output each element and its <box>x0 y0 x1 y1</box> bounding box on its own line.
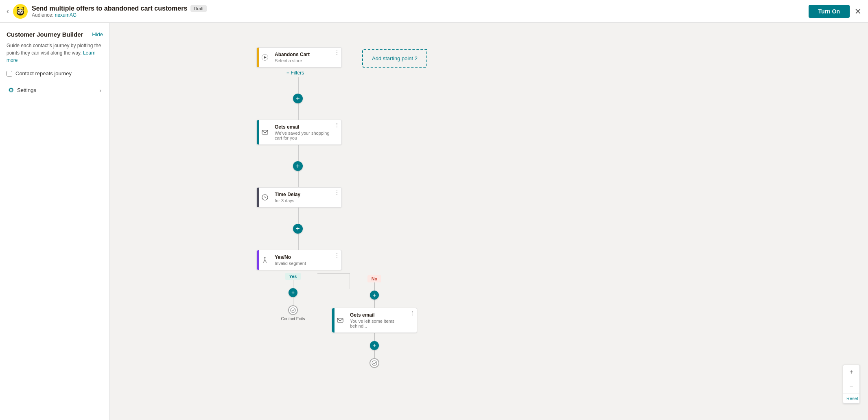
header-left: ‹ Send multiple offers to abandoned cart… <box>7 4 207 19</box>
mailchimp-logo <box>13 4 28 19</box>
add-step-button-2[interactable]: + <box>293 161 303 171</box>
no-vertical-line-3 <box>374 333 375 341</box>
node-title-5: Gets email <box>350 312 413 318</box>
settings-label: Settings <box>17 87 36 93</box>
connector-3 <box>298 208 299 224</box>
canvas[interactable]: Abandons Cart Select a store ⋮ Add start… <box>110 23 868 420</box>
add-starting-point-2-button[interactable]: Add starting point 2 <box>362 49 427 68</box>
main-layout: Customer Journey Builder Hide Guide each… <box>0 23 868 420</box>
svg-point-3 <box>18 11 20 12</box>
add-step-button-3[interactable]: + <box>293 224 303 234</box>
zoom-in-button[interactable]: + <box>843 365 859 379</box>
yes-vertical-line-2 <box>293 297 293 305</box>
yes-no-node[interactable]: Yes/No Invalid segment ⋮ <box>256 250 342 270</box>
add-step-yes-button[interactable]: + <box>289 288 297 297</box>
filter-icon: ≡ <box>286 70 289 75</box>
node-subtitle-2: We've saved your shopping cart for you <box>275 131 337 140</box>
node-body-5: Gets email You've left some items behind… <box>346 308 417 332</box>
contact-repeats-row: Contact repeats journey <box>7 70 103 77</box>
svg-point-17 <box>372 361 377 365</box>
sidebar-description: Guide each contact's journey by plotting… <box>7 42 103 64</box>
back-icon: ‹ <box>7 7 9 15</box>
svg-marker-7 <box>264 56 267 59</box>
zoom-controls: + − Reset <box>843 365 860 404</box>
filters-row[interactable]: ≡ Filters <box>286 70 868 76</box>
header-right: Turn On ✕ <box>809 5 861 18</box>
add-step-no-bottom-button[interactable]: + <box>370 341 379 350</box>
svg-point-12 <box>265 257 266 258</box>
node-subtitle-5: You've left some items behind... <box>350 319 413 328</box>
branch-no-label: No <box>367 275 382 282</box>
node-body-3: Time Delay for 3 days <box>271 188 341 207</box>
settings-gear-icon: ⚙ <box>8 86 14 94</box>
svg-point-5 <box>19 12 22 13</box>
no-vertical-line-4 <box>374 350 375 358</box>
contact-exits-label: Contact Exits <box>281 317 305 321</box>
play-icon <box>259 48 271 67</box>
node-title-4: Yes/No <box>275 254 337 260</box>
zoom-reset-button[interactable]: Reset <box>843 394 859 403</box>
node-subtitle-4: Invalid segment <box>275 261 337 266</box>
settings-row[interactable]: ⚙ Settings › <box>7 83 103 97</box>
sidebar-header: Customer Journey Builder Hide <box>7 31 103 38</box>
svg-rect-16 <box>337 318 343 322</box>
node-subtitle-3: for 3 days <box>275 198 337 203</box>
end-circle <box>370 358 379 368</box>
turn-on-button[interactable]: Turn On <box>809 5 850 18</box>
filters-label: Filters <box>291 70 304 76</box>
contact-exits: Contact Exits <box>281 305 305 321</box>
add-step-no-button[interactable]: + <box>370 291 379 300</box>
node-menu-button-5[interactable]: ⋮ <box>409 310 415 316</box>
back-button[interactable]: ‹ <box>7 7 9 15</box>
node-menu-button[interactable]: ⋮ <box>334 49 340 56</box>
title-text: Send multiple offers to abandoned cart c… <box>32 5 187 12</box>
gets-email-2-node[interactable]: Gets email You've left some items behind… <box>332 308 417 333</box>
svg-point-13 <box>291 308 295 313</box>
starting-points-row: Abandons Cart Select a store ⋮ Add start… <box>256 47 868 68</box>
time-delay-node[interactable]: Time Delay for 3 days ⋮ <box>256 187 342 208</box>
audience-name-link[interactable]: nexumAG <box>55 12 77 18</box>
sidebar-title: Customer Journey Builder <box>7 31 83 38</box>
svg-point-4 <box>21 11 22 12</box>
connector-3b <box>298 234 299 250</box>
email-icon-2 <box>335 308 346 332</box>
node-body-2: Gets email We've saved your shopping car… <box>271 120 341 144</box>
add-step-button-1[interactable]: + <box>293 94 303 103</box>
node-menu-button-4[interactable]: ⋮ <box>334 252 340 258</box>
node-menu-button-3[interactable]: ⋮ <box>334 189 340 196</box>
email-icon-1 <box>259 120 271 144</box>
connector-2b <box>298 171 299 187</box>
settings-left: ⚙ Settings <box>8 86 36 94</box>
zoom-out-button[interactable]: − <box>843 379 859 394</box>
node-body: Abandons Cart Select a store <box>271 48 341 67</box>
no-vertical-line-2 <box>374 300 375 308</box>
node-title: Abandons Cart <box>275 52 337 57</box>
header-subtitle: Audience: nexumAG <box>32 12 207 18</box>
audience-label: Audience: <box>32 12 53 18</box>
canvas-inner: Abandons Cart Select a store ⋮ Add start… <box>110 23 868 389</box>
node-menu-button-2[interactable]: ⋮ <box>334 122 340 128</box>
svg-rect-8 <box>262 130 268 134</box>
header: ‹ Send multiple offers to abandoned cart… <box>0 0 868 23</box>
exit-circle <box>288 305 298 315</box>
header-title: Send multiple offers to abandoned cart c… <box>32 5 207 12</box>
contact-repeats-checkbox[interactable] <box>7 71 12 77</box>
node-body-4: Yes/No Invalid segment <box>271 250 341 270</box>
branch-yes-label: Yes <box>285 273 301 280</box>
node-title-2: Gets email <box>275 124 337 130</box>
contact-repeats-label: Contact repeats journey <box>15 70 72 77</box>
header-title-area: Send multiple offers to abandoned cart c… <box>32 5 207 18</box>
no-vertical-line <box>374 282 375 291</box>
settings-chevron-icon: › <box>99 87 101 94</box>
close-icon: ✕ <box>855 7 861 16</box>
clock-icon <box>259 188 271 207</box>
close-button[interactable]: ✕ <box>855 7 861 16</box>
hide-button[interactable]: Hide <box>92 31 103 37</box>
sidebar: Customer Journey Builder Hide Guide each… <box>0 23 110 420</box>
abandons-cart-node[interactable]: Abandons Cart Select a store ⋮ <box>256 47 342 68</box>
svg-line-11 <box>265 197 266 198</box>
split-icon <box>259 250 271 270</box>
connector-2 <box>298 145 299 161</box>
gets-email-1-node[interactable]: Gets email We've saved your shopping car… <box>256 120 342 145</box>
draft-badge: Draft <box>190 5 207 12</box>
